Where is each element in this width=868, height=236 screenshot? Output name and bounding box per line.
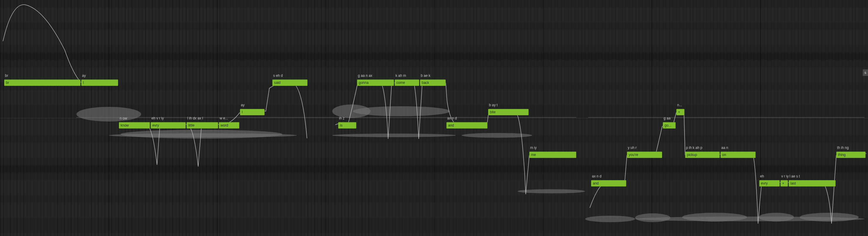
side-chip[interactable]: s — [862, 69, 868, 76]
lane — [0, 105, 868, 113]
lane — [0, 225, 868, 233]
note-last[interactable]: last — [788, 180, 836, 186]
note-back[interactable]: back — [420, 80, 446, 86]
note-i1[interactable]: I — [81, 80, 118, 86]
lane — [0, 60, 868, 68]
note-come[interactable]: come — [395, 80, 419, 86]
lane — [0, 203, 868, 210]
lane — [0, 53, 868, 60]
note-thing[interactable]: thing — [836, 152, 866, 158]
lane — [0, 218, 868, 226]
lane — [0, 195, 868, 203]
lane — [0, 173, 868, 180]
lane — [0, 23, 868, 30]
note-evry2[interactable]: evry — [759, 180, 780, 186]
lane — [0, 128, 868, 135]
lane — [0, 0, 868, 8]
lane — [0, 113, 868, 120]
note-on[interactable]: on — [720, 152, 756, 158]
note-plus1[interactable]: + — [676, 109, 684, 115]
lane — [0, 98, 868, 105]
lane — [0, 180, 868, 188]
lane — [0, 158, 868, 166]
piano-roll-lanes — [0, 0, 868, 236]
note-i2[interactable]: I — [240, 109, 265, 115]
note-me[interactable]: me — [529, 152, 576, 158]
note-youre[interactable]: you're — [627, 152, 662, 158]
lane — [0, 45, 868, 53]
note-is[interactable]: is — [338, 122, 356, 128]
lane — [0, 90, 868, 98]
note-know[interactable]: know — [119, 122, 150, 128]
lane — [0, 143, 868, 150]
lane — [0, 210, 868, 218]
note-bite[interactable]: bite — [488, 109, 529, 115]
note-and2[interactable]: and — [591, 180, 626, 186]
note-said[interactable]: said — [272, 80, 308, 86]
note-little[interactable]: little — [186, 122, 218, 128]
lane — [0, 15, 868, 23]
note-word[interactable]: word — [219, 122, 239, 128]
note-evry1[interactable]: evry — [151, 122, 186, 128]
note-go[interactable]: go... — [663, 122, 676, 128]
note-gonna[interactable]: gonna — [357, 80, 394, 86]
lane — [0, 68, 868, 75]
note-and1[interactable]: and — [446, 122, 488, 128]
note-br1[interactable]: br — [4, 80, 81, 86]
lane — [0, 233, 868, 236]
note-pickup[interactable]: pickup — [685, 152, 720, 158]
lane — [0, 30, 868, 38]
lane — [0, 165, 868, 173]
lane — [0, 135, 868, 143]
note-plus2[interactable]: + — [780, 180, 788, 186]
lane — [0, 188, 868, 196]
lane — [0, 38, 868, 45]
lane — [0, 8, 868, 15]
